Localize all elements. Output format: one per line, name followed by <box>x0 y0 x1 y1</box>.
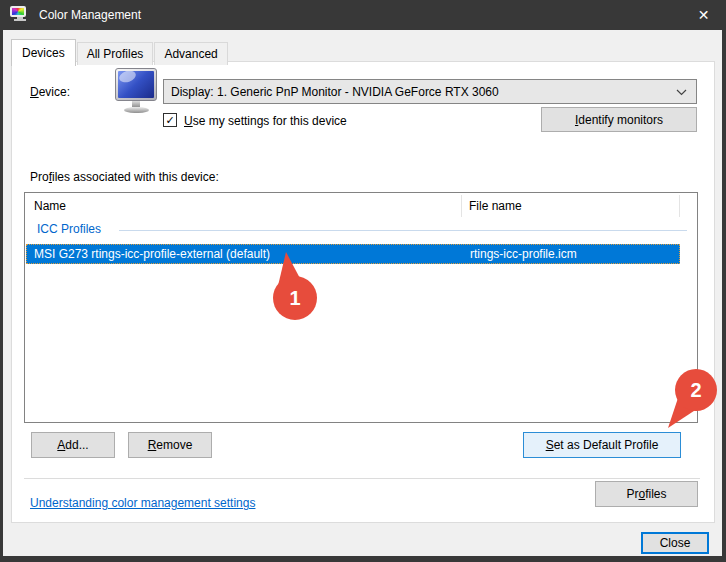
column-divider <box>679 195 680 217</box>
checkmark-icon: ✓ <box>165 115 174 126</box>
titlebar: Color Management ✕ <box>0 0 726 30</box>
close-button[interactable]: Close <box>641 532 709 554</box>
profile-row-selected[interactable]: MSI G273 rtings-icc-profile-external (de… <box>26 244 680 264</box>
annotation-number-1: 1 <box>289 287 300 309</box>
icc-profiles-group-row: ICC Profiles <box>25 219 697 243</box>
use-settings-checkbox[interactable]: ✓ <box>163 113 177 127</box>
device-select-value: Display: 1. Generic PnP Monitor - NVIDIA… <box>171 85 499 99</box>
understanding-color-management-link[interactable]: Understanding color management settings <box>30 496 255 510</box>
set-as-default-profile-button[interactable]: Set as Default Profile <box>523 432 681 458</box>
profile-file-cell: rtings-icc-profile.icm <box>470 247 577 261</box>
profiles-list-header: Name File name <box>25 193 697 219</box>
group-divider-line <box>119 230 687 231</box>
annotation-number-2: 2 <box>690 379 701 401</box>
add-button[interactable]: Add... <box>31 432 115 458</box>
tab-devices[interactable]: Devices <box>11 39 76 66</box>
profiles-list[interactable]: Name File name ICC Profiles MSI G273 rti… <box>24 192 698 423</box>
profile-name-cell: MSI G273 rtings-icc-profile-external (de… <box>34 247 270 261</box>
annotation-balloon-1: 1 <box>272 251 318 321</box>
monitor-icon <box>113 68 159 114</box>
color-management-app-icon <box>10 6 30 24</box>
tab-strip: Devices All Profiles Advanced <box>11 39 229 65</box>
tab-all-profiles[interactable]: All Profiles <box>77 42 154 65</box>
use-settings-label: Use my settings for this device <box>184 114 347 128</box>
annotation-balloon-2: 2 <box>664 368 720 430</box>
column-divider <box>461 195 462 217</box>
remove-button[interactable]: Remove <box>128 432 212 458</box>
profiles-associated-label: Profiles associated with this device: <box>30 170 219 184</box>
icc-profiles-group-label: ICC Profiles <box>37 222 101 236</box>
tab-advanced[interactable]: Advanced <box>154 42 227 65</box>
color-management-dialog: Devices All Profiles Advanced Device: Di… <box>3 30 722 556</box>
identify-monitors-button[interactable]: Identify monitors <box>541 107 697 132</box>
window-close-icon[interactable]: ✕ <box>681 0 726 30</box>
column-header-file-name[interactable]: File name <box>469 199 522 213</box>
device-label: Device: <box>30 85 70 99</box>
section-divider <box>24 478 700 479</box>
profiles-button[interactable]: Profiles <box>595 481 698 507</box>
chevron-down-icon <box>676 89 687 96</box>
column-header-name[interactable]: Name <box>34 199 66 213</box>
device-select[interactable]: Display: 1. Generic PnP Monitor - NVIDIA… <box>163 79 697 104</box>
window-title: Color Management <box>39 8 141 22</box>
